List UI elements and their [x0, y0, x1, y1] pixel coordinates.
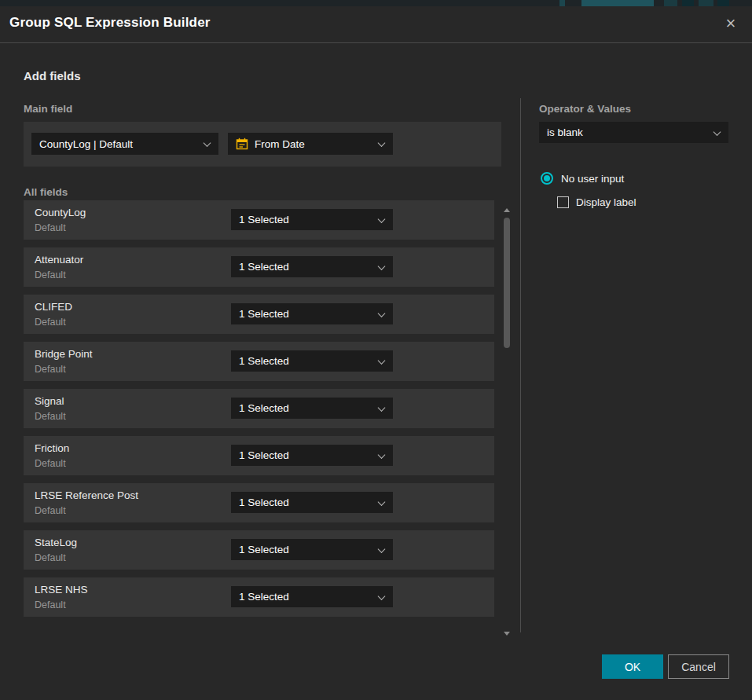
- operator-select[interactable]: is blank: [539, 122, 728, 143]
- field-selected-dropdown[interactable]: 1 Selected: [231, 398, 393, 419]
- list-scrollbar: [502, 200, 512, 639]
- chevron-down-icon: [378, 215, 386, 223]
- field-subtitle: Default: [35, 599, 66, 610]
- operator-values-label: Operator & Values: [539, 103, 631, 115]
- main-field-label: Main field: [24, 103, 72, 115]
- field-row: LRSE NHS Default 1 Selected: [24, 577, 494, 617]
- background-app-strip: [0, 0, 752, 6]
- add-fields-heading: Add fields: [24, 69, 81, 82]
- no-user-input-radio-row[interactable]: No user input: [541, 172, 624, 185]
- checkbox-label: Display label: [576, 196, 636, 208]
- field-selected-dropdown[interactable]: 1 Selected: [231, 209, 393, 230]
- field-subtitle: Default: [35, 317, 66, 328]
- dialog-title: Group SQL Expression Builder: [9, 15, 211, 31]
- close-icon[interactable]: ×: [722, 16, 739, 33]
- selected-count: 1 Selected: [239, 591, 289, 603]
- chevron-down-icon: [378, 451, 386, 459]
- main-field-panel: CountyLog | Default From Date: [24, 122, 501, 167]
- field-name: CLIFED: [35, 301, 72, 313]
- field-row: Attenuator Default 1 Selected: [24, 247, 494, 287]
- field-subtitle: Default: [35, 458, 66, 469]
- selected-count: 1 Selected: [239, 449, 289, 461]
- chevron-down-icon: [378, 139, 386, 147]
- field-name: LRSE NHS: [35, 584, 88, 596]
- selected-count: 1 Selected: [239, 497, 289, 508]
- field-subtitle: Default: [35, 411, 66, 422]
- scrollbar-thumb[interactable]: [504, 218, 510, 348]
- display-label-checkbox-row[interactable]: Display label: [557, 196, 636, 208]
- background-toolbar-fragment: [664, 0, 677, 6]
- field-name: Attenuator: [35, 254, 83, 266]
- calendar-icon: [236, 137, 248, 150]
- chevron-down-icon: [378, 357, 386, 365]
- field-subtitle: Default: [35, 552, 66, 563]
- selected-count: 1 Selected: [239, 214, 289, 225]
- background-live-view-fragment: [581, 0, 654, 6]
- background-toolbar-fragment: [699, 0, 713, 6]
- field-select-value: From Date: [255, 138, 305, 150]
- field-row: LRSE Reference Post Default 1 Selected: [24, 483, 494, 522]
- dialog-panel: Group SQL Expression Builder × Add field…: [0, 6, 752, 700]
- field-name: Bridge Point: [35, 348, 93, 360]
- field-row: Bridge Point Default 1 Selected: [24, 342, 494, 381]
- selected-count: 1 Selected: [239, 261, 289, 273]
- selected-count: 1 Selected: [239, 308, 289, 320]
- dialog-header: Group SQL Expression Builder ×: [0, 6, 752, 43]
- chevron-down-icon: [378, 262, 386, 270]
- field-subtitle: Default: [35, 505, 66, 516]
- field-name: Signal: [35, 395, 64, 407]
- chevron-down-icon: [204, 139, 211, 147]
- field-name: LRSE Reference Post: [35, 489, 138, 501]
- radio-selected-icon[interactable]: [541, 172, 553, 185]
- field-name: StateLog: [35, 537, 77, 548]
- chevron-down-icon: [713, 128, 721, 136]
- field-subtitle: Default: [35, 364, 66, 375]
- field-selected-dropdown[interactable]: 1 Selected: [231, 445, 393, 466]
- all-fields-label: All fields: [24, 186, 68, 198]
- scroll-down-arrow-icon[interactable]: [504, 632, 510, 636]
- field-select[interactable]: From Date: [228, 133, 393, 155]
- all-fields-list: CountyLog Default 1 Selected Attenuator …: [24, 200, 494, 635]
- field-selected-dropdown[interactable]: 1 Selected: [231, 586, 393, 607]
- operator-select-value: is blank: [547, 126, 583, 138]
- field-selected-dropdown[interactable]: 1 Selected: [231, 350, 393, 372]
- cancel-button[interactable]: Cancel: [668, 654, 729, 679]
- chevron-down-icon: [378, 404, 386, 412]
- ok-button[interactable]: OK: [602, 654, 663, 679]
- background-toolbar-fragment: [717, 0, 729, 6]
- chevron-down-icon: [378, 498, 386, 506]
- radio-label: No user input: [561, 173, 624, 185]
- checkbox-unchecked-icon[interactable]: [557, 196, 569, 208]
- background-fragment: [559, 0, 565, 6]
- field-name: CountyLog: [35, 207, 86, 218]
- field-row: Signal Default 1 Selected: [24, 389, 494, 428]
- field-subtitle: Default: [35, 269, 66, 280]
- field-selected-dropdown[interactable]: 1 Selected: [231, 492, 393, 513]
- field-row: CLIFED Default 1 Selected: [24, 295, 494, 334]
- chevron-down-icon: [378, 545, 386, 553]
- field-row: Friction Default 1 Selected: [24, 436, 494, 475]
- chevron-down-icon: [378, 310, 386, 317]
- selected-count: 1 Selected: [239, 544, 289, 555]
- scroll-up-arrow-icon[interactable]: [504, 208, 510, 212]
- field-selected-dropdown[interactable]: 1 Selected: [231, 256, 393, 277]
- field-row: StateLog Default 1 Selected: [24, 530, 494, 570]
- layer-select[interactable]: CountyLog | Default: [31, 133, 218, 155]
- selected-count: 1 Selected: [239, 402, 289, 414]
- group-sql-expression-builder-dialog: Group SQL Expression Builder × Add field…: [0, 0, 752, 700]
- panel-divider: [520, 98, 521, 632]
- field-row: CountyLog Default 1 Selected: [24, 200, 494, 240]
- field-selected-dropdown[interactable]: 1 Selected: [231, 539, 393, 560]
- chevron-down-icon: [378, 592, 386, 600]
- layer-select-value: CountyLog | Default: [39, 138, 133, 150]
- field-selected-dropdown[interactable]: 1 Selected: [231, 303, 393, 324]
- field-subtitle: Default: [35, 222, 66, 233]
- field-name: Friction: [35, 442, 69, 454]
- background-toolbar-fragment: [682, 0, 694, 6]
- selected-count: 1 Selected: [239, 355, 289, 367]
